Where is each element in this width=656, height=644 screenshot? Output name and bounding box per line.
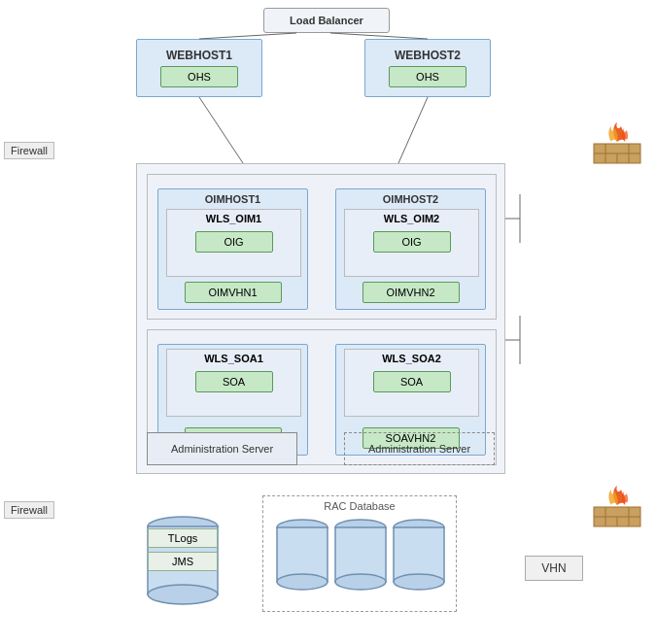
svg-point-18 [335, 574, 386, 590]
ohs2-label: OHS [416, 71, 439, 83]
oig1-label: OIG [224, 236, 243, 248]
oig2-box: OIG [373, 231, 451, 253]
oimhost2-title: OIMHOST2 [383, 193, 438, 205]
admin-server2-label: Administration Server [368, 443, 470, 455]
rac-database-label: RAC Database [324, 500, 395, 512]
ohs1-label: OHS [188, 71, 211, 83]
oimvhn1-box: OIMVHN1 [185, 282, 282, 303]
wls-soa1-box: WLS_SOA1 SOA [166, 349, 301, 417]
ohs2-box: OHS [389, 66, 466, 87]
firewall2-label: Firewall [4, 501, 54, 519]
wls-oim1-box: WLS_OIM1 OIG [166, 209, 301, 277]
svg-point-21 [394, 574, 444, 590]
webhost1-title: WEBHOST1 [166, 49, 232, 62]
soa2-label: SOA [400, 376, 423, 388]
wls-soa2-box: WLS_SOA2 SOA [344, 349, 479, 417]
oimvhn2-label: OIMVHN2 [386, 287, 434, 298]
ohs1-box: OHS [160, 66, 238, 87]
oimvhn1-label: OIMVHN1 [208, 287, 257, 298]
rac-database-box: RAC Database [262, 495, 457, 612]
oimhost1-box: OIMHOST1 WLS_OIM1 OIG OIMVHN1 [157, 188, 308, 310]
soa1-box: SOA [195, 371, 273, 392]
wls-soa1-label: WLS_SOA1 [204, 353, 263, 364]
svg-line-24 [199, 97, 243, 163]
soa2-box: SOA [373, 371, 451, 392]
tlogs-box: TLogs [148, 528, 218, 548]
rac-cylinders-icon [273, 512, 448, 609]
firewall1-label: Firewall [4, 142, 54, 159]
firewall1-icon [592, 115, 642, 165]
oimhost1-title: OIMHOST1 [205, 193, 260, 205]
admin-server2-box: Administration Server [344, 432, 495, 465]
firewall2-icon [592, 478, 642, 528]
architecture-diagram: Load Balancer WEBHOST1 OHS WEBHOST2 OHS … [0, 0, 656, 644]
jms-label: JMS [172, 556, 193, 567]
svg-line-25 [398, 97, 428, 163]
svg-point-12 [148, 585, 218, 604]
jms-box: JMS [148, 552, 218, 571]
vhn-box: VHN [525, 556, 583, 581]
storage-left-area: TLogs JMS [144, 511, 222, 627]
wls-soa2-label: WLS_SOA2 [382, 353, 441, 364]
load-balancer-box: Load Balancer [263, 8, 390, 33]
wls-oim1-label: WLS_OIM1 [206, 213, 261, 224]
main-cluster-outer: OIG_CLUSTER OIMHOST1 WLS_OIM1 OIG OIMVHN… [136, 163, 505, 474]
webhost2-title: WEBHOST2 [395, 49, 461, 62]
oig-cluster-box: OIMHOST1 WLS_OIM1 OIG OIMVHN1 OIMHOST2 [147, 174, 497, 320]
admin-server1-label: Administration Server [171, 443, 273, 455]
tlogs-label: TLogs [168, 532, 198, 544]
oimvhn2-box: OIMVHN2 [363, 282, 460, 303]
oig1-box: OIG [195, 231, 273, 253]
svg-point-15 [277, 574, 328, 590]
webhost2-box: WEBHOST2 OHS [364, 39, 491, 97]
oimhost2-box: OIMHOST2 WLS_OIM2 OIG OIMVHN2 [335, 188, 486, 310]
wls-oim2-box: WLS_OIM2 OIG [344, 209, 479, 277]
oig2-label: OIG [401, 236, 421, 248]
admin-server1-box: Administration Server [147, 432, 297, 465]
soa1-label: SOA [223, 376, 245, 388]
wls-oim2-label: WLS_OIM2 [384, 213, 439, 224]
load-balancer-label: Load Balancer [290, 15, 363, 26]
vhn-label: VHN [541, 561, 566, 575]
webhost1-box: WEBHOST1 OHS [136, 39, 262, 97]
